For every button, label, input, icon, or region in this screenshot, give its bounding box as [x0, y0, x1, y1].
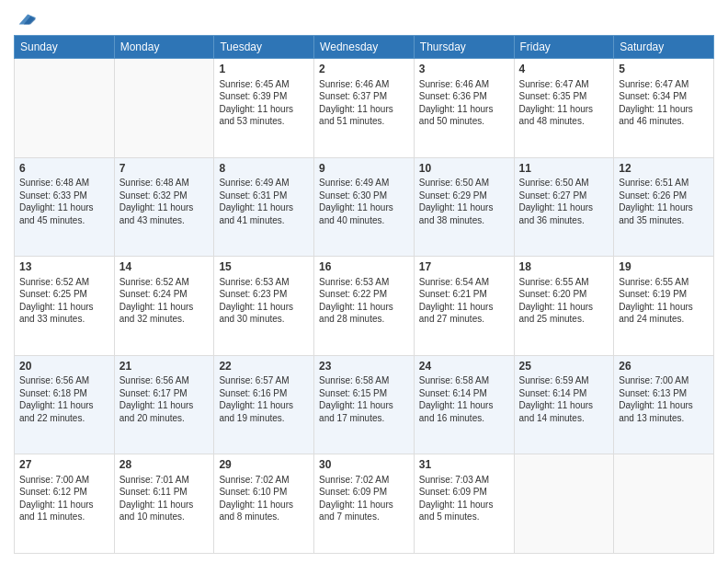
day-number: 4 [519, 63, 609, 77]
day-info: Sunrise: 6:55 AM Sunset: 6:20 PM Dayligh… [519, 277, 594, 325]
day-info: Sunrise: 7:02 AM Sunset: 6:10 PM Dayligh… [219, 475, 293, 523]
day-number: 1 [219, 63, 309, 77]
calendar-cell: 18Sunrise: 6:55 AM Sunset: 6:20 PM Dayli… [514, 257, 614, 356]
day-info: Sunrise: 7:02 AM Sunset: 6:09 PM Dayligh… [319, 475, 393, 523]
day-number: 2 [319, 63, 409, 77]
day-number: 23 [319, 360, 409, 374]
day-number: 20 [19, 360, 109, 374]
day-number: 28 [119, 458, 210, 473]
calendar-cell: 27Sunrise: 7:00 AM Sunset: 6:12 PM Dayli… [15, 454, 115, 554]
day-info: Sunrise: 6:58 AM Sunset: 6:15 PM Dayligh… [319, 375, 393, 423]
day-info: Sunrise: 7:03 AM Sunset: 6:09 PM Dayligh… [419, 475, 494, 523]
calendar-weekday-sunday: Sunday [15, 36, 115, 59]
calendar-cell: 31Sunrise: 7:03 AM Sunset: 6:09 PM Dayli… [414, 454, 514, 554]
calendar-weekday-thursday: Thursday [414, 36, 514, 59]
calendar-cell: 11Sunrise: 6:50 AM Sunset: 6:27 PM Dayli… [514, 157, 614, 257]
day-info: Sunrise: 6:55 AM Sunset: 6:19 PM Dayligh… [619, 277, 693, 325]
calendar-cell: 16Sunrise: 6:53 AM Sunset: 6:22 PM Dayli… [314, 257, 415, 356]
calendar-cell [514, 454, 614, 554]
day-number: 8 [219, 162, 309, 177]
day-number: 15 [219, 260, 309, 275]
day-number: 3 [419, 63, 509, 77]
calendar-cell: 20Sunrise: 6:56 AM Sunset: 6:18 PM Dayli… [15, 355, 115, 454]
day-info: Sunrise: 6:46 AM Sunset: 6:36 PM Dayligh… [419, 79, 494, 127]
day-info: Sunrise: 6:49 AM Sunset: 6:30 PM Dayligh… [319, 178, 393, 225]
day-number: 31 [419, 458, 509, 473]
day-info: Sunrise: 6:58 AM Sunset: 6:14 PM Dayligh… [419, 375, 494, 423]
day-number: 9 [319, 162, 409, 177]
calendar-cell: 22Sunrise: 6:57 AM Sunset: 6:16 PM Dayli… [214, 355, 314, 454]
calendar-weekday-monday: Monday [114, 36, 214, 59]
calendar-cell: 12Sunrise: 6:51 AM Sunset: 6:26 PM Dayli… [614, 157, 714, 257]
day-info: Sunrise: 6:59 AM Sunset: 6:14 PM Dayligh… [519, 375, 594, 423]
calendar-cell: 21Sunrise: 6:56 AM Sunset: 6:17 PM Dayli… [114, 355, 214, 454]
calendar-cell: 29Sunrise: 7:02 AM Sunset: 6:10 PM Dayli… [214, 454, 314, 554]
day-info: Sunrise: 6:53 AM Sunset: 6:22 PM Dayligh… [319, 277, 393, 325]
calendar-cell: 13Sunrise: 6:52 AM Sunset: 6:25 PM Dayli… [15, 257, 115, 356]
day-number: 17 [419, 260, 509, 275]
calendar-cell: 5Sunrise: 6:47 AM Sunset: 6:34 PM Daylig… [614, 59, 714, 158]
day-number: 21 [119, 360, 210, 374]
calendar-cell: 24Sunrise: 6:58 AM Sunset: 6:14 PM Dayli… [414, 355, 514, 454]
calendar-week-5: 27Sunrise: 7:00 AM Sunset: 6:12 PM Dayli… [15, 454, 714, 554]
day-info: Sunrise: 6:56 AM Sunset: 6:17 PM Dayligh… [119, 375, 194, 423]
calendar-cell [614, 454, 714, 554]
day-info: Sunrise: 6:47 AM Sunset: 6:34 PM Dayligh… [619, 79, 693, 127]
calendar-cell: 26Sunrise: 7:00 AM Sunset: 6:13 PM Dayli… [614, 355, 714, 454]
day-number: 5 [619, 63, 709, 77]
day-info: Sunrise: 6:56 AM Sunset: 6:18 PM Dayligh… [19, 375, 94, 423]
calendar-cell: 3Sunrise: 6:46 AM Sunset: 6:36 PM Daylig… [414, 59, 514, 158]
day-number: 10 [419, 162, 509, 177]
day-number: 26 [619, 360, 709, 374]
calendar-cell: 1Sunrise: 6:45 AM Sunset: 6:39 PM Daylig… [214, 59, 314, 158]
header [14, 9, 714, 29]
calendar-cell [114, 59, 214, 158]
calendar-cell: 15Sunrise: 6:53 AM Sunset: 6:23 PM Dayli… [214, 257, 314, 356]
day-number: 18 [519, 260, 609, 275]
calendar-cell: 2Sunrise: 6:46 AM Sunset: 6:37 PM Daylig… [314, 59, 415, 158]
day-info: Sunrise: 6:54 AM Sunset: 6:21 PM Dayligh… [419, 277, 494, 325]
calendar-cell: 28Sunrise: 7:01 AM Sunset: 6:11 PM Dayli… [114, 454, 214, 554]
calendar-weekday-wednesday: Wednesday [314, 36, 415, 59]
page: SundayMondayTuesdayWednesdayThursdayFrid… [0, 0, 728, 563]
day-info: Sunrise: 6:52 AM Sunset: 6:25 PM Dayligh… [19, 277, 94, 325]
day-info: Sunrise: 6:48 AM Sunset: 6:33 PM Dayligh… [19, 178, 94, 225]
day-info: Sunrise: 6:51 AM Sunset: 6:26 PM Dayligh… [619, 178, 693, 225]
calendar-cell: 7Sunrise: 6:48 AM Sunset: 6:32 PM Daylig… [114, 157, 214, 257]
calendar-cell: 8Sunrise: 6:49 AM Sunset: 6:31 PM Daylig… [214, 157, 314, 257]
day-number: 27 [19, 458, 109, 473]
day-info: Sunrise: 6:45 AM Sunset: 6:39 PM Dayligh… [219, 79, 293, 127]
calendar-week-3: 13Sunrise: 6:52 AM Sunset: 6:25 PM Dayli… [15, 257, 714, 356]
day-info: Sunrise: 6:53 AM Sunset: 6:23 PM Dayligh… [219, 277, 293, 325]
day-number: 6 [19, 162, 109, 177]
calendar-cell: 17Sunrise: 6:54 AM Sunset: 6:21 PM Dayli… [414, 257, 514, 356]
day-number: 12 [619, 162, 709, 177]
calendar-week-4: 20Sunrise: 6:56 AM Sunset: 6:18 PM Dayli… [15, 355, 714, 454]
day-number: 22 [219, 360, 309, 374]
calendar-week-2: 6Sunrise: 6:48 AM Sunset: 6:33 PM Daylig… [15, 157, 714, 257]
day-number: 16 [319, 260, 409, 275]
calendar-cell: 6Sunrise: 6:48 AM Sunset: 6:33 PM Daylig… [15, 157, 115, 257]
day-number: 24 [419, 360, 509, 374]
day-info: Sunrise: 7:00 AM Sunset: 6:12 PM Dayligh… [19, 475, 94, 523]
day-info: Sunrise: 6:49 AM Sunset: 6:31 PM Dayligh… [219, 178, 293, 225]
day-number: 11 [519, 162, 609, 177]
day-number: 30 [319, 458, 409, 473]
day-info: Sunrise: 7:01 AM Sunset: 6:11 PM Dayligh… [119, 475, 194, 523]
calendar-cell: 25Sunrise: 6:59 AM Sunset: 6:14 PM Dayli… [514, 355, 614, 454]
calendar-cell: 9Sunrise: 6:49 AM Sunset: 6:30 PM Daylig… [314, 157, 415, 257]
day-number: 25 [519, 360, 609, 374]
day-info: Sunrise: 6:48 AM Sunset: 6:32 PM Dayligh… [119, 178, 194, 225]
day-number: 19 [619, 260, 709, 275]
calendar-cell: 23Sunrise: 6:58 AM Sunset: 6:15 PM Dayli… [314, 355, 415, 454]
calendar-table: SundayMondayTuesdayWednesdayThursdayFrid… [14, 35, 714, 554]
calendar-weekday-saturday: Saturday [614, 36, 714, 59]
day-info: Sunrise: 6:46 AM Sunset: 6:37 PM Dayligh… [319, 79, 393, 127]
calendar-cell: 14Sunrise: 6:52 AM Sunset: 6:24 PM Dayli… [114, 257, 214, 356]
calendar-cell: 19Sunrise: 6:55 AM Sunset: 6:19 PM Dayli… [614, 257, 714, 356]
day-info: Sunrise: 6:52 AM Sunset: 6:24 PM Dayligh… [119, 277, 194, 325]
calendar-cell [15, 59, 115, 158]
day-number: 7 [119, 162, 210, 177]
logo-icon [16, 9, 36, 29]
calendar-cell: 4Sunrise: 6:47 AM Sunset: 6:35 PM Daylig… [514, 59, 614, 158]
